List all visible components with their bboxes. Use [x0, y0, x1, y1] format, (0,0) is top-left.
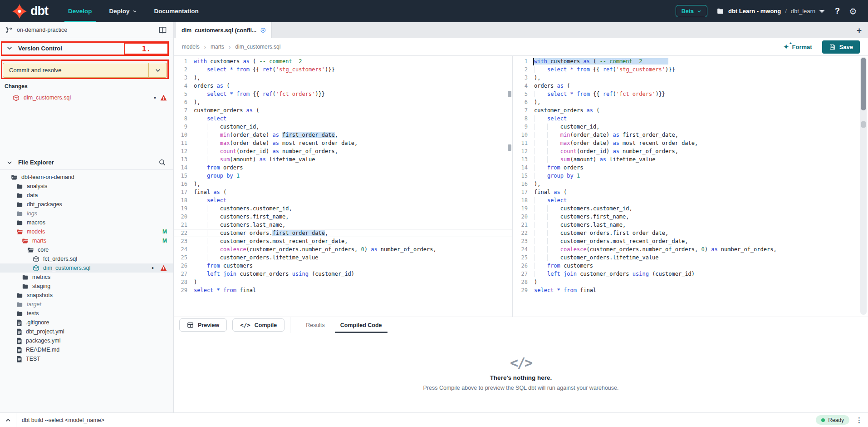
save-button[interactable]: Save: [822, 40, 860, 54]
tree-item[interactable]: dbt_packages: [0, 200, 173, 209]
code-line[interactable]: 8 select: [514, 114, 868, 123]
code-line[interactable]: 5 select * from {{ ref('fct_orders')}}: [514, 90, 868, 98]
preview-button[interactable]: Preview: [179, 318, 227, 332]
tree-item[interactable]: tests: [0, 309, 173, 318]
code-line[interactable]: 25 customer_orders.lifetime_value: [514, 253, 868, 262]
code-line[interactable]: 6),: [174, 98, 512, 106]
branch-name[interactable]: on-demand-practice: [17, 27, 154, 33]
tree-item[interactable]: martsM: [0, 236, 173, 245]
code-line[interactable]: 17final as (: [174, 188, 512, 196]
search-icon[interactable]: [158, 159, 166, 166]
tab-results[interactable]: Results: [306, 317, 325, 333]
code-line[interactable]: 21 customers.last_name,: [514, 221, 868, 229]
code-line[interactable]: 24 coalesce(customer_orders.number_of_or…: [514, 245, 868, 253]
code-line[interactable]: 16),: [174, 180, 512, 188]
code-line[interactable]: 13 sum(amount) as lifetime_value: [174, 155, 512, 164]
changed-file-row[interactable]: dim_customers.sql •: [0, 92, 173, 104]
code-line[interactable]: 25 customer_orders.lifetime_value: [174, 253, 512, 262]
code-line[interactable]: 7customer_orders as (: [514, 106, 868, 114]
nav-deploy[interactable]: Deploy: [109, 0, 137, 22]
code-line[interactable]: 12 count(order_id) as number_of_orders,: [514, 147, 868, 155]
editor-pane-local[interactable]: 1with customers as ( -- comment 22 selec…: [174, 56, 513, 317]
code-line[interactable]: 10 min(order_date) as first_order_date,: [514, 131, 868, 139]
code-line[interactable]: 26 from customers: [514, 262, 868, 270]
scrollbar-mark[interactable]: [508, 144, 511, 151]
code-line[interactable]: 6),: [514, 98, 868, 106]
code-line[interactable]: 21 customers.last_name,: [174, 221, 512, 229]
tree-item[interactable]: dim_customers.sql•: [0, 263, 173, 273]
code-line[interactable]: 2 select * from {{ ref('stg_customers')}…: [174, 65, 512, 74]
code-line[interactable]: 18 select: [514, 196, 868, 204]
code-line[interactable]: 15 group by 1: [514, 172, 868, 180]
code-line[interactable]: 3),: [514, 74, 868, 82]
code-line[interactable]: 18 select: [174, 196, 512, 204]
code-line[interactable]: 29select * from final: [514, 286, 868, 294]
file-explorer-header[interactable]: File Explorer: [0, 155, 173, 170]
code-line[interactable]: 20 customers.first_name,: [514, 213, 868, 221]
docs-book-icon[interactable]: [158, 26, 167, 35]
tree-item[interactable]: dbt_project.yml: [0, 327, 173, 336]
format-button[interactable]: ✦+ Format: [784, 43, 812, 50]
tree-item[interactable]: logs: [0, 209, 173, 218]
code-line[interactable]: 27 left join customer_orders using (cust…: [514, 270, 868, 278]
code-line[interactable]: 3),: [174, 74, 512, 82]
code-line[interactable]: 12 count(order_id) as number_of_orders,: [174, 147, 512, 155]
tree-item[interactable]: core: [0, 245, 173, 254]
code-line[interactable]: 2 select * from {{ ref('stg_customers')}…: [514, 65, 868, 74]
collapse-chevron-up-icon[interactable]: [0, 413, 16, 427]
code-line[interactable]: 28): [514, 278, 868, 286]
code-line[interactable]: 8 select: [174, 114, 512, 123]
code-line[interactable]: 23 customer_orders.most_recent_order_dat…: [514, 237, 868, 245]
code-line[interactable]: 14 from orders: [174, 164, 512, 172]
tree-item[interactable]: modelsM: [0, 227, 173, 236]
code-line[interactable]: 10 min(order_date) as first_order_date,: [174, 131, 512, 139]
code-line[interactable]: 15 group by 1: [174, 172, 512, 180]
code-line[interactable]: 4orders as (: [514, 82, 868, 90]
project-selector[interactable]: dbt_learn: [791, 7, 826, 15]
tab-compiled-code[interactable]: Compiled Code: [340, 317, 382, 333]
tree-item[interactable]: README.md: [0, 345, 173, 354]
code-line[interactable]: 7customer_orders as (: [174, 106, 512, 114]
code-line[interactable]: 11 max(order_date) as most_recent_order_…: [514, 139, 868, 147]
scrollbar-thumb[interactable]: [861, 58, 866, 110]
code-line[interactable]: 29select * from final: [174, 286, 512, 294]
code-line[interactable]: 28): [174, 278, 512, 286]
code-line[interactable]: 24 coalesce(customer_orders.number_of_or…: [174, 245, 512, 253]
command-input[interactable]: dbt build --select <model_name>: [22, 417, 816, 423]
code-line[interactable]: 23 customer_orders.most_recent_order_dat…: [174, 237, 512, 245]
tree-item[interactable]: target: [0, 300, 173, 309]
code-line[interactable]: 19 customers.customer_id,: [514, 204, 868, 213]
breadcrumb-models[interactable]: models: [182, 44, 200, 50]
code-line[interactable]: 17final as (: [514, 188, 868, 196]
beta-toggle[interactable]: Beta: [676, 5, 707, 17]
code-line[interactable]: 9 customer_id,: [174, 123, 512, 131]
tree-item[interactable]: dbt-learn-on-demand: [0, 173, 173, 182]
code-line[interactable]: 22 customer_orders.first_order_date,: [174, 229, 512, 237]
code-line[interactable]: 1with customers as ( -- comment 2: [514, 57, 868, 65]
code-line[interactable]: 14 from orders: [514, 164, 868, 172]
compile-button[interactable]: </> Compile: [232, 318, 284, 332]
code-line[interactable]: 9 customer_id,: [514, 123, 868, 131]
account-name[interactable]: dbt Learn - mwong: [728, 8, 781, 15]
code-line[interactable]: 27 left join customer_orders using (cust…: [174, 270, 512, 278]
editor-tab[interactable]: dim_customers.sql (confli...: [176, 22, 272, 38]
tree-item[interactable]: metrics: [0, 273, 173, 282]
editor-pane-remote[interactable]: 1with customers as ( -- comment 22 selec…: [514, 56, 868, 317]
breadcrumb-marts[interactable]: marts: [211, 44, 224, 50]
nav-develop[interactable]: Develop: [68, 0, 92, 22]
vertical-scrollbar[interactable]: [860, 57, 867, 315]
code-line[interactable]: 4orders as (: [174, 82, 512, 90]
code-line[interactable]: 26 from customers: [174, 262, 512, 270]
code-line[interactable]: 19 customers.customer_id,: [174, 204, 512, 213]
code-line[interactable]: 20 customers.first_name,: [174, 213, 512, 221]
commit-dropdown-caret[interactable]: [148, 63, 167, 77]
tree-item[interactable]: macros: [0, 218, 173, 227]
code-line[interactable]: 1with customers as ( -- comment 2: [174, 57, 512, 65]
help-icon[interactable]: ?: [835, 6, 840, 16]
new-tab-button[interactable]: +: [857, 25, 868, 35]
tree-item[interactable]: snapshots: [0, 291, 173, 300]
code-line[interactable]: 16),: [514, 180, 868, 188]
tree-item[interactable]: packages.yml: [0, 336, 173, 345]
tree-item[interactable]: .gitignore: [0, 318, 173, 327]
code-line[interactable]: 11 max(order_date) as most_recent_order_…: [174, 139, 512, 147]
